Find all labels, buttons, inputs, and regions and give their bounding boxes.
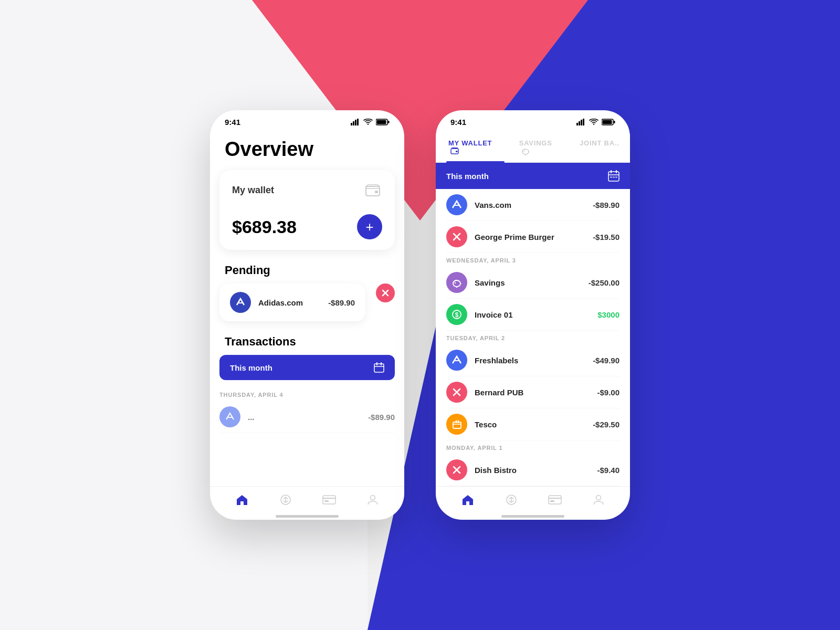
invoice-amount: $3000 [597,310,620,319]
svg-point-22 [370,496,375,500]
battery-icon-2 [602,119,615,125]
pending-merchant-amount: -$89.90 [328,298,355,307]
bernard-icon [446,382,467,403]
nav-profile-2[interactable] [593,494,604,506]
signal-icon-1 [351,119,360,125]
home-nav-icon-1 [236,494,248,506]
nav-card-2[interactable] [548,495,562,505]
add-button[interactable]: + [357,214,382,239]
date-label-tue: TUESDAY, APRIL 2 [446,331,620,344]
wallet-card-header: My wallet [232,181,382,200]
vans-amount: -$89.90 [593,201,620,209]
burger-name: George Prime Burger [475,233,585,242]
wallet-card: My wallet $689.38 + [219,170,395,250]
time-1: 9:41 [225,118,240,127]
burger-amount: -$19.50 [593,233,620,242]
battery-icon-1 [376,119,390,125]
tab-joint[interactable]: JOINT BA... [578,134,620,162]
card-nav-icon-1 [322,495,336,505]
this-month-header-label: This month [446,172,489,181]
svg-rect-3 [357,119,359,125]
svg-rect-0 [351,123,352,125]
svg-rect-6 [377,120,386,124]
partial-name: ... [248,413,361,422]
dish-name: Dish Bistro [475,466,590,475]
wallet-card-footer: $689.38 + [232,214,382,239]
nav-transfer-1[interactable] [279,494,292,506]
wifi-icon-1 [363,119,373,125]
svg-rect-2 [355,120,356,125]
svg-rect-28 [614,121,615,123]
svg-rect-55 [453,422,461,428]
vans-name: Vans.com [475,201,585,209]
svg-rect-41 [613,176,615,178]
svg-point-33 [523,151,524,152]
bernard-amount: -$9.00 [597,388,620,397]
home-bar-2 [501,515,564,518]
tesco1-amount: -$29.50 [593,420,620,429]
this-month-button[interactable]: This month [219,355,395,380]
date-label-mon: MONDAY, APRIL 1 [446,440,620,454]
pending-card: Adidas.com -$89.90 [219,284,365,321]
nav-transfer-2[interactable] [505,494,518,506]
svg-rect-1 [353,121,354,125]
transactions-list: Vans.com -$89.90 George Prime Burger -$1… [436,189,630,486]
bottom-nav-2 [436,486,630,511]
transactions-title: Transactions [210,331,404,355]
home-nav-icon-2 [461,494,474,506]
svg-rect-40 [610,176,612,178]
time-2: 9:41 [450,118,466,127]
vans-icon [446,194,467,215]
svg-rect-21 [324,500,329,502]
nav-profile-1[interactable] [367,494,379,506]
burger-icon [446,226,467,247]
svg-rect-26 [583,119,584,125]
transfer-nav-icon-2 [505,494,518,506]
svg-rect-5 [388,121,390,123]
svg-text:$: $ [455,311,459,319]
bottom-nav-1 [210,486,404,511]
this-month-header: This month [436,163,630,189]
nav-card-1[interactable] [322,495,336,505]
tesco1-name: Tesco [475,420,585,429]
invoice-icon: $ [446,304,467,325]
dish-icon [446,459,467,480]
pending-merchant-name: Adidas.com [258,298,321,307]
wallet-balance: $689.38 [232,217,297,237]
tab-savings[interactable]: SAVINGS [517,134,565,162]
svg-rect-24 [579,121,580,125]
adidas-icon [230,292,251,313]
invoice-name: Invoice 01 [475,310,590,319]
svg-rect-67 [549,496,561,504]
this-month-label: This month [230,363,272,372]
status-icons-2 [576,119,615,125]
svg-rect-8 [375,191,378,193]
svg-rect-69 [550,500,554,502]
transaction-tesco1: Tesco -$29.50 [446,408,620,440]
transaction-invoice: $ Invoice 01 $3000 [446,299,620,331]
savings-icon [446,272,467,293]
nav-home-1[interactable] [236,494,248,506]
nav-home-2[interactable] [461,494,474,506]
tesco1-icon [446,414,467,435]
transaction-savings: Savings -$250.00 [446,267,620,299]
calendar-icon-2 [608,170,620,182]
transaction-freshlabels: Freshlabels -$49.90 [446,344,620,376]
savings-tab-icon [521,149,530,157]
phone-2: 9:41 [436,110,630,520]
cancel-button[interactable] [376,284,395,302]
overview-title: Overview [210,130,404,170]
date-group-label-1: THURSDAY, APRIL 4 [219,387,395,401]
tab-my-wallet[interactable]: MY WALLET [446,134,505,162]
freshlabels-icon [446,350,467,371]
transaction-dish: Dish Bistro -$9.40 [446,454,620,486]
transfer-nav-icon-1 [279,494,292,506]
notch-2 [499,110,567,124]
svg-rect-42 [615,176,617,178]
svg-rect-12 [374,364,384,372]
date-label-wed: WEDNESDAY, APRIL 3 [446,253,620,267]
wifi-icon-2 [589,119,598,125]
svg-rect-29 [603,120,612,124]
dish-amount: -$9.40 [597,466,620,475]
signal-icon-2 [576,119,586,125]
